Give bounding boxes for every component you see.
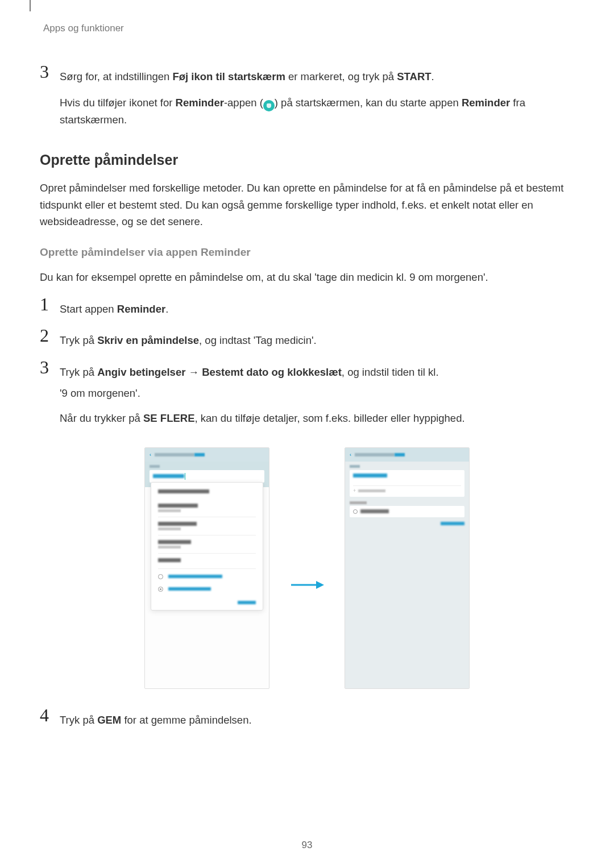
save-button[interactable] (395, 453, 405, 456)
flow-arrow-icon (290, 545, 324, 591)
opt-sub (158, 528, 181, 530)
svg-marker-1 (316, 581, 324, 589)
paragraph-intro: Opret påmindelser med forskellige metode… (40, 180, 574, 230)
option-evening[interactable] (158, 535, 256, 553)
heading-via-appen-reminder: Oprette påmindelser via appen Reminder (40, 246, 574, 259)
step-number-1: 1 (40, 294, 49, 315)
add-checklist-button[interactable] (353, 486, 461, 493)
opt-sub (158, 509, 181, 512)
heading-oprette-paamindelser: Oprette påmindelser (40, 152, 574, 168)
paragraph-example: Du kan for eksempel oprette en påmindels… (40, 269, 574, 286)
back-icon[interactable]: ‹ (150, 452, 151, 458)
reminder-input[interactable] (150, 470, 264, 483)
breadcrumb: Apps og funktioner (40, 23, 574, 34)
view-more-label (441, 522, 464, 525)
screenshot-right: ‹ (345, 447, 470, 689)
shot-title (355, 453, 395, 456)
option-1hour[interactable] (158, 499, 256, 517)
back-icon[interactable]: ‹ (350, 452, 351, 458)
screenshot-row: ‹ (40, 447, 574, 689)
add-checklist-label (358, 489, 385, 492)
text: Sørg for, at indstillingen (60, 70, 172, 82)
page-number: 93 (0, 840, 614, 851)
clock-icon (158, 574, 163, 579)
save-button[interactable] (194, 453, 205, 456)
opt-title (168, 587, 211, 591)
text: for at gemme påmindelsen. (121, 714, 251, 726)
opt-sub (158, 546, 181, 549)
step-number-4: 4 (40, 705, 49, 726)
cancel-button[interactable] (158, 596, 256, 605)
screenshot-left: ‹ (144, 447, 269, 689)
cancel-label (238, 601, 256, 604)
text: , kan du tilføje detaljer, som f.eks. bi… (195, 412, 465, 424)
bold-text: Angiv betingelser (97, 366, 185, 378)
memo-card[interactable] (350, 470, 464, 497)
text: . (432, 70, 434, 82)
bold-text: Reminder (462, 97, 510, 109)
bold-text: Reminder (117, 303, 165, 315)
text: Start appen (60, 303, 117, 315)
step-number-2: 2 (40, 325, 49, 346)
text: . (165, 303, 168, 315)
text: , og indstil tiden til kl. (342, 366, 439, 378)
bold-text: GEM (97, 714, 121, 726)
text: Tryk på (60, 366, 97, 378)
step3top-line1: Sørg for, at indstillingen Føj ikon til … (60, 68, 574, 85)
opt-title (158, 504, 198, 508)
step3-text: Tryk på Angiv betingelser → Bestemt dato… (60, 364, 574, 381)
text: Når du trykker på (60, 412, 143, 424)
option-noalerts[interactable] (158, 553, 256, 568)
header-tick (30, 0, 31, 11)
time-value (360, 509, 389, 513)
step3-followup: Når du trykker på SE FLERE, kan du tilfø… (60, 410, 574, 427)
step2-text: Tryk på Skriv en påmindelse, og indtast … (60, 332, 574, 349)
step3-text-cont: '9 om morgenen'. (60, 385, 574, 402)
text: er markeret, og tryk på (285, 70, 397, 82)
step4-text: Tryk på GEM for at gemme påmindelsen. (60, 712, 574, 729)
clock-icon (353, 509, 358, 514)
popup-heading (158, 489, 209, 493)
step-number-3-top: 3 (40, 61, 49, 82)
shot-header: ‹ (145, 448, 269, 462)
opt-title (168, 575, 222, 578)
step-number-3: 3 (40, 357, 49, 378)
opt-title (158, 522, 197, 526)
option-afternoon[interactable] (158, 517, 256, 535)
bold-text: Reminder (176, 97, 224, 109)
shot-header: ‹ (345, 448, 469, 462)
text: ) på startskærmen, kan du starte appen (275, 97, 462, 109)
bold-text: START (397, 70, 431, 82)
bold-text: Bestemt dato og klokkeslæt (202, 366, 342, 378)
option-specific-location[interactable] (158, 584, 256, 596)
opt-title (158, 540, 191, 544)
memo-label (150, 465, 160, 468)
text: -appen ( (224, 97, 263, 109)
text: , og indtast 'Tag medicin'. (199, 334, 317, 346)
text: Hvis du tilføjer ikonet for (60, 97, 176, 109)
reminder-input-text (153, 474, 184, 478)
bold-text: SE FLERE (143, 412, 194, 424)
text-cursor-icon (185, 473, 185, 480)
opt-title (158, 558, 181, 562)
view-more-button[interactable] (350, 521, 464, 526)
text: Tryk på (60, 334, 97, 346)
step3top-line2: Hvis du tilføjer ikonet for Reminder-app… (60, 94, 574, 128)
shot-title (155, 453, 194, 456)
reminder-app-icon (263, 100, 275, 111)
reminder-input-text (353, 474, 387, 477)
memo-label (350, 465, 360, 468)
shot-body (345, 462, 469, 688)
location-pin-icon (158, 587, 163, 592)
conditions-popup (151, 482, 263, 610)
step1-text: Start appen Reminder. (60, 301, 574, 318)
arrow-right-icon: → (185, 366, 202, 378)
conditions-label (350, 501, 367, 504)
time-condition-card[interactable] (350, 506, 464, 517)
text: Tryk på (60, 714, 97, 726)
bold-text: Føj ikon til startskærm (172, 70, 285, 82)
bold-text: Skriv en påmindelse (97, 334, 199, 346)
option-specific-date[interactable] (158, 568, 256, 584)
